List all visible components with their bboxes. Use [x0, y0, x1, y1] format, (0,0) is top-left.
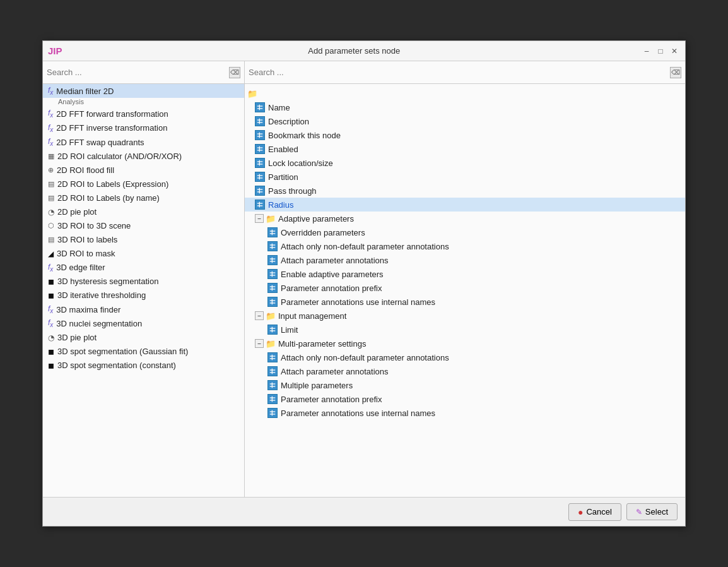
tree-param-item[interactable]: Multiple parameters: [245, 378, 685, 392]
tree-param-item[interactable]: Description: [245, 114, 685, 128]
list-item[interactable]: ▤2D ROI to Labels (Expression): [43, 177, 244, 191]
param-label: Parameter annotation prefix: [281, 284, 382, 293]
chart-icon: ◔: [48, 333, 54, 342]
tree-param-item[interactable]: Attach only non-default parameter annota…: [245, 239, 685, 253]
minimize-button[interactable]: –: [641, 45, 652, 57]
tree-param-item[interactable]: Pass through: [245, 184, 685, 198]
param-icon: [255, 102, 265, 112]
tree-param-item[interactable]: Overridden parameters: [245, 225, 685, 239]
param-icon: [255, 158, 265, 168]
svg-rect-41: [272, 299, 273, 305]
black-icon: ◢: [48, 249, 54, 258]
right-search-clear[interactable]: ⌫: [670, 67, 681, 78]
collapse-button[interactable]: –: [255, 339, 264, 348]
tree-folder[interactable]: – 📁 Adaptive parameters: [245, 212, 685, 225]
param-icon: [267, 408, 278, 418]
fx-icon: fx: [48, 304, 53, 314]
list-item[interactable]: ◔2D pie plot: [43, 205, 244, 219]
tree-param-item[interactable]: Bookmark this node: [245, 128, 685, 142]
list-item[interactable]: fx3D maxima finder: [43, 302, 244, 316]
list-item[interactable]: ▤2D ROI to Labels (by name): [43, 191, 244, 205]
tree-param-item[interactable]: Name: [245, 100, 685, 114]
left-search-input[interactable]: [47, 68, 229, 77]
left-panel: ⌫ fxMedian filter 2DAnalysisfx2D FFT for…: [43, 61, 245, 497]
tree-param-item[interactable]: Parameter annotation prefix: [245, 392, 685, 406]
tree-param-item[interactable]: Parameter annotations use internal names: [245, 406, 685, 420]
black2-icon: ◼: [48, 277, 54, 286]
list-item[interactable]: ▤3D ROI to labels: [43, 233, 244, 247]
list-item-label: 2D FFT forward transformation: [56, 109, 168, 119]
list-item[interactable]: fx2D FFT forward transformation: [43, 107, 244, 121]
param-icon: [267, 269, 278, 279]
svg-rect-14: [259, 160, 260, 166]
param-icon: [267, 283, 278, 293]
chart-icon: ◔: [48, 208, 54, 217]
param-label: Parameter annotations use internal names: [281, 297, 435, 307]
list-item[interactable]: ▦2D ROI calculator (AND/OR/XOR): [43, 150, 244, 164]
list-item[interactable]: fx3D nuclei segmentation: [43, 316, 244, 330]
list-item[interactable]: ◼3D hysteresis segmentation: [43, 275, 244, 289]
tree-param-item[interactable]: Enable adaptive parameters: [245, 267, 685, 281]
tree-param-item[interactable]: Parameter annotation prefix: [245, 281, 685, 295]
list-item-label: 3D spot segmentation (constant): [57, 361, 176, 370]
tree-folder[interactable]: – 📁 Multi-parameter settings: [245, 337, 685, 350]
svg-rect-26: [272, 230, 273, 236]
tree-param-item[interactable]: Radius: [245, 198, 685, 212]
list-item[interactable]: ◔3D pie plot: [43, 331, 244, 345]
list-item[interactable]: ◼3D iterative thresholding: [43, 289, 244, 302]
tree-param-item[interactable]: Lock location/size: [245, 156, 685, 170]
svg-rect-32: [272, 258, 273, 263]
roi-icon: ▦: [48, 152, 54, 160]
tree-param-item[interactable]: Limit: [245, 323, 685, 337]
param-icon: [255, 116, 265, 126]
cancel-button[interactable]: ● Cancel: [568, 503, 621, 521]
svg-rect-59: [272, 410, 273, 416]
left-search-bar: ⌫: [43, 61, 244, 84]
list-item-label: 3D edge filter: [56, 263, 105, 272]
black2-icon: ◼: [48, 361, 54, 370]
param-label: Name: [268, 103, 290, 112]
list-item[interactable]: ◼3D spot segmentation (constant): [43, 359, 244, 373]
list-item[interactable]: fxMedian filter 2D: [43, 84, 244, 98]
tree-param-item[interactable]: Attach parameter annotations: [245, 253, 685, 267]
folder-label: Adaptive parameters: [278, 214, 354, 224]
list-item[interactable]: fx2D FFT swap quadrants: [43, 135, 244, 149]
list-item[interactable]: ◼3D spot segmentation (Gaussian fit): [43, 345, 244, 359]
tree-param-item[interactable]: Parameter annotations use internal names: [245, 295, 685, 309]
maximize-button[interactable]: □: [655, 45, 666, 57]
param-label: Parameter annotations use internal names: [281, 409, 435, 418]
tree-param-item[interactable]: Enabled: [245, 142, 685, 156]
cancel-label: Cancel: [586, 507, 611, 516]
fx-icon: fx: [48, 109, 53, 119]
param-label: Multiple parameters: [281, 381, 353, 390]
list-item[interactable]: ◢3D ROI to mask: [43, 247, 244, 261]
close-button[interactable]: ✕: [669, 45, 680, 57]
list-item[interactable]: fx3D edge filter: [43, 261, 244, 275]
tree-folder[interactable]: – 📁 Input management: [245, 309, 685, 323]
list-item[interactable]: ⊕2D ROI flood fill: [43, 164, 244, 177]
root-folder-row[interactable]: 📁: [245, 87, 685, 100]
param-label: Partition: [268, 172, 298, 182]
collapse-button[interactable]: –: [255, 311, 264, 320]
list-item-label: 2D pie plot: [57, 207, 97, 217]
param-label: Parameter annotation prefix: [281, 395, 382, 404]
left-search-clear[interactable]: ⌫: [229, 67, 240, 78]
select-button[interactable]: ✎ Select: [626, 503, 678, 520]
svg-rect-29: [272, 244, 273, 249]
param-icon: [267, 380, 278, 390]
param-label: Attach only non-default parameter annota…: [281, 242, 449, 251]
tree-param-item[interactable]: Attach parameter annotations: [245, 364, 685, 378]
list-item-label: 3D ROI to mask: [57, 249, 115, 258]
svg-rect-56: [272, 397, 273, 402]
cancel-icon: ●: [578, 507, 583, 517]
list-item[interactable]: ⬡3D ROI to 3D scene: [43, 219, 244, 233]
list-item[interactable]: fx2D FFT inverse transformation: [43, 121, 244, 135]
black2-icon: ◼: [48, 291, 54, 300]
folder-icon: 📁: [266, 214, 276, 224]
right-search-input[interactable]: [249, 68, 670, 77]
tree-param-item[interactable]: Partition: [245, 170, 685, 184]
list-item-label: 2D ROI flood fill: [57, 165, 114, 175]
tree-param-item[interactable]: Attach only non-default parameter annota…: [245, 350, 685, 364]
collapse-button[interactable]: –: [255, 214, 264, 223]
param-icon: [267, 241, 278, 251]
